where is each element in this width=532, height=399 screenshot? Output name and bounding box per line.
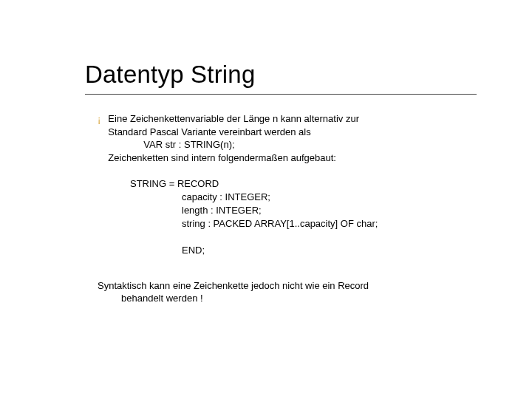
title-underline	[85, 94, 477, 95]
intro-paragraph: Eine Zeichenkettenvariable der Länge n k…	[108, 112, 482, 164]
code-block: STRING = RECORD capacity : INTEGER; leng…	[98, 177, 482, 257]
code-line-6: END;	[130, 244, 482, 257]
intro-line-3: Zeichenketten sind intern folgendermaßen…	[108, 151, 482, 165]
note-paragraph: Syntaktisch kann eine Zeichenkette jedoc…	[98, 279, 482, 305]
intro-var-line: VAR str : STRING(n);	[108, 138, 482, 151]
intro-line-2: Standard Pascal Variante vereinbart werd…	[108, 126, 482, 139]
slide: Datentyp String ¡ Eine Zeichenkettenvari…	[0, 0, 532, 399]
slide-title: Datentyp String	[85, 61, 255, 89]
bullet-item-1: ¡ Eine Zeichenkettenvariable der Länge n…	[98, 112, 482, 164]
bullet-icon: ¡	[98, 113, 100, 126]
code-line-2: capacity : INTEGER;	[130, 191, 482, 204]
note-line-2: behandelt werden !	[98, 292, 482, 305]
code-line-1: STRING = RECORD	[130, 177, 482, 191]
code-line-4: string : PACKED ARRAY[1..capacity] OF ch…	[130, 217, 482, 231]
intro-line-1: Eine Zeichenkettenvariable der Länge n k…	[108, 112, 482, 126]
code-line-3: length : INTEGER;	[130, 204, 482, 217]
note-line-1: Syntaktisch kann eine Zeichenkette jedoc…	[98, 279, 482, 293]
code-line-blank	[130, 231, 482, 244]
slide-body: ¡ Eine Zeichenkettenvariable der Länge n…	[98, 112, 482, 305]
